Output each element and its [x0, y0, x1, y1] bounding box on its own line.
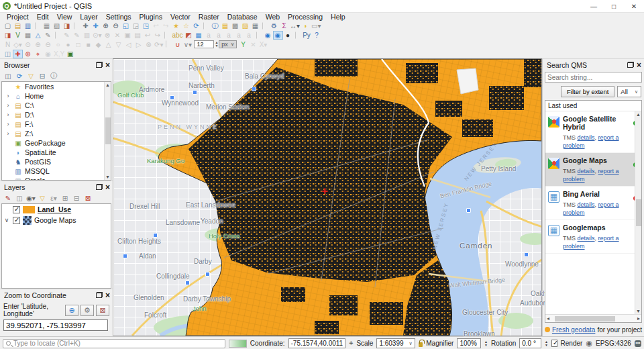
rotation-steppers[interactable]: ▲▼	[545, 340, 548, 347]
save-project-icon[interactable]: ▥	[23, 21, 33, 30]
copy-features-icon[interactable]: ▣	[122, 31, 132, 40]
expand-icon[interactable]: ›	[5, 102, 11, 109]
world-coordinates-icon[interactable]: ◉	[43, 50, 53, 58]
menu-item[interactable]: Raster	[195, 13, 223, 21]
minimize-icon[interactable]: —	[584, 0, 604, 12]
new-print-layout-icon[interactable]: ▦	[42, 21, 52, 30]
close-panel-icon[interactable]: ×	[105, 292, 110, 299]
rotation-spinbox[interactable]: 0.0 °	[519, 338, 541, 348]
expand-icon[interactable]: ›	[5, 93, 11, 99]
zoom-out-icon[interactable]: ⊖	[111, 21, 121, 30]
float-panel-icon[interactable]	[96, 184, 103, 190]
close-panel-icon[interactable]: ×	[105, 62, 110, 68]
ztc-zoom-icon[interactable]: ⊕	[65, 305, 78, 316]
collapse-all-icon[interactable]: ⊟	[72, 194, 81, 203]
filter-expression-icon[interactable]: ε▾	[49, 194, 58, 203]
gearthview-icon[interactable]: ●	[283, 31, 293, 40]
add-mesh-layer-icon[interactable]: △	[33, 31, 43, 40]
layer-google-maps[interactable]: ∨ Google Maps	[2, 215, 111, 226]
reshape-icon[interactable]: ▽	[113, 40, 123, 49]
merge-features-icon[interactable]: ⊗	[144, 40, 154, 49]
cut-features-icon[interactable]: ✕	[112, 31, 122, 40]
render-checkbox[interactable]	[551, 340, 557, 347]
menu-item[interactable]: Layer	[76, 13, 101, 21]
expand-icon[interactable]: ›	[5, 121, 11, 128]
statistics-icon[interactable]: Σ	[279, 21, 289, 30]
browser-item-postgis[interactable]: ♞ PostGIS	[2, 157, 111, 166]
service-type-dropdown[interactable]: All∨	[617, 86, 641, 97]
float-panel-icon[interactable]	[96, 292, 103, 298]
add-ring-icon[interactable]: ●	[63, 40, 73, 49]
current-edits-icon[interactable]: ✎	[62, 31, 72, 40]
labeling-rules-icon[interactable]: ◩	[184, 31, 194, 40]
paste-features-icon[interactable]: ▤	[132, 31, 142, 40]
quickmapservices-icon[interactable]: ◉	[263, 31, 273, 40]
help-icon[interactable]: ?	[312, 31, 322, 40]
browser-filter-icon[interactable]: ▽	[26, 72, 36, 81]
map-canvas[interactable]: Penn ValleyBala CynwydNarberthArdmoreGol…	[113, 58, 542, 336]
menu-item[interactable]: Edit	[33, 13, 53, 21]
capture-extent-icon[interactable]: ▣	[65, 50, 75, 58]
topological-editing-icon[interactable]: Y	[238, 40, 248, 49]
crs-indicator[interactable]: EPSG:4326	[596, 340, 631, 347]
redo-icon[interactable]: ↪	[152, 31, 162, 40]
new-bookmark-icon[interactable]: ★	[171, 21, 181, 30]
zoom-to-point-icon[interactable]: ⊕	[23, 50, 33, 58]
layer-visibility-checkbox[interactable]	[13, 206, 20, 213]
toolbar-icon[interactable]	[35, 22, 40, 30]
pan-to-selection-icon[interactable]: ✚	[91, 21, 101, 30]
layer-styling-icon[interactable]: ✎	[3, 194, 13, 203]
browser-item-geopackage[interactable]: ▣ GeoPackage	[2, 138, 111, 148]
zoom-to-selection-icon[interactable]: ◲	[131, 21, 141, 30]
copy-move-icon[interactable]: ⊕	[33, 40, 43, 49]
ztc-clear-icon[interactable]: ⊠	[96, 305, 109, 316]
maximize-icon[interactable]: □	[604, 0, 624, 12]
layer-labeling-icon[interactable]: abc	[171, 31, 183, 40]
browser-item-spatialite[interactable]: ◗ SpatiaLite	[2, 148, 111, 157]
ztc-settings-icon[interactable]: ⚙	[80, 305, 94, 316]
toolbar-icon[interactable]	[262, 22, 267, 30]
menu-item[interactable]: Database	[223, 13, 262, 21]
close-icon[interactable]: ✕	[624, 0, 644, 12]
locator-search-input[interactable]: Type to locate (Ctrl+K)	[3, 339, 225, 348]
annotation-icon[interactable]: ▭▾	[311, 21, 321, 30]
style-manager-icon[interactable]: ◨	[62, 21, 72, 30]
avoid-overlap-icon[interactable]: X▾	[258, 40, 268, 49]
qms-result-bing-aerial[interactable]: Bing Aerial TMS details, report a proble…	[545, 187, 641, 220]
save-edits-icon[interactable]: ▥	[82, 31, 92, 40]
qms-horizontal-scrollbar[interactable]: ◂▸	[545, 314, 641, 322]
offset-curve-icon[interactable]: ◁	[123, 40, 133, 49]
rotate-feature-icon[interactable]: ⊖	[43, 40, 53, 49]
map-tips-icon[interactable]: ◗	[301, 21, 311, 30]
rotate-point-icon[interactable]: ⟳▾	[154, 40, 164, 49]
lock-scale-icon[interactable]	[419, 342, 423, 347]
browser-item-drive-z[interactable]: › ▤ Z:\	[2, 129, 111, 138]
undo-icon[interactable]: ↩	[142, 31, 152, 40]
fresh-geodata-link[interactable]: Fresh geodata	[552, 326, 596, 334]
highlight-labels-icon[interactable]: a	[214, 31, 224, 40]
browser-item-favorites[interactable]: ★ Favorites	[2, 82, 111, 91]
snapping-icon[interactable]: ∪	[172, 40, 182, 49]
toolbar-icon[interactable]	[74, 22, 78, 30]
scale-combobox[interactable]: 1:60399∨	[376, 338, 415, 348]
new-project-icon[interactable]: ▢	[3, 21, 13, 30]
expand-icon[interactable]: ∨	[3, 217, 10, 223]
cad-tools-icon[interactable]: N	[3, 40, 13, 49]
delete-ring-icon[interactable]: ◆	[93, 40, 103, 49]
ztc-coordinate-input[interactable]	[3, 319, 108, 331]
zoom-in-icon[interactable]: ⊕	[101, 21, 111, 30]
qms-result-google-satellite-hybrid[interactable]: Google Satellite Hybrid TMS details, rep…	[545, 111, 641, 153]
browser-refresh-icon[interactable]: ⟳	[15, 72, 24, 81]
browser-item-mssql[interactable]: ▥ MSSQL	[2, 166, 111, 176]
python-console-icon[interactable]: Py	[302, 31, 312, 40]
toolbar-icon[interactable]	[164, 32, 169, 39]
fill-ring-icon[interactable]: ■	[83, 40, 93, 49]
pin-labels-icon[interactable]: a	[204, 31, 214, 40]
menu-item[interactable]: Vector	[166, 13, 195, 21]
menu-item[interactable]: Processing	[284, 13, 327, 21]
browser-item-home[interactable]: › ⌂ Home	[2, 91, 111, 101]
expand-all-icon[interactable]: ⊞	[60, 194, 70, 203]
menu-item[interactable]: View	[53, 13, 76, 21]
add-vector-layer-icon[interactable]: V	[13, 31, 23, 40]
pan-map-icon[interactable]: ✚	[80, 21, 91, 30]
